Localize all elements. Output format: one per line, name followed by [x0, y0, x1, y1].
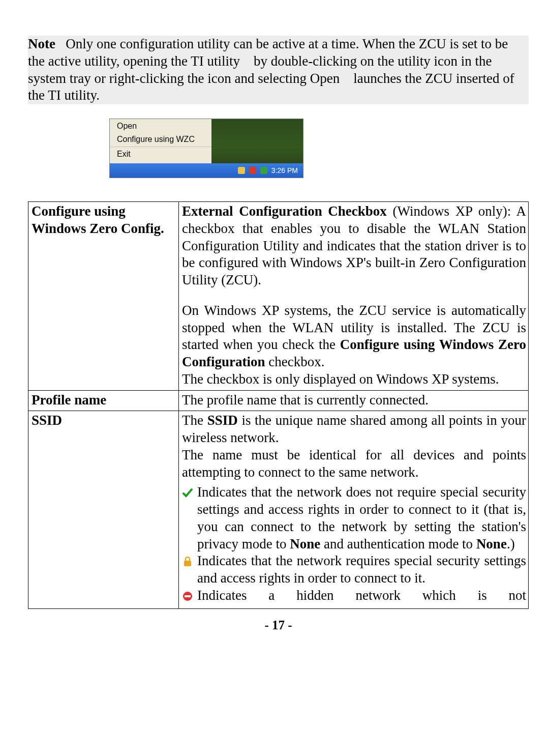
note-label: Note	[28, 36, 55, 51]
text-segment: and authentication mode to	[320, 536, 476, 551]
table-row: Profile name The profile name that is cu…	[28, 390, 529, 411]
row-desc-ssid: The SSID is the unique name shared among…	[179, 411, 529, 608]
text-segment: Indicates that the network requires spec…	[197, 553, 526, 587]
definition-table: Configure using Windows Zero Config. Ext…	[28, 201, 529, 609]
taskbar-clock: 3:26 PM	[271, 166, 298, 175]
text-segment: None	[476, 536, 507, 551]
row-label-ssid: SSID	[28, 411, 179, 608]
page-number: - 17 -	[28, 618, 529, 632]
blocked-icon	[182, 589, 194, 606]
row-desc-profile: The profile name that is currently conne…	[179, 390, 529, 411]
note-body: Only one configuration utility can be ac…	[28, 36, 514, 103]
text-segment: None	[290, 536, 320, 551]
text-segment: The checkbox is only displayed on Window…	[182, 371, 526, 388]
check-icon	[182, 486, 194, 503]
tray-icon	[260, 167, 267, 174]
text-segment: The	[182, 413, 207, 428]
row-desc-zero-config: External Configuration Checkbox (Windows…	[179, 202, 529, 391]
text-segment: SSID	[207, 413, 238, 428]
text-segment: The name must be identical for all devic…	[182, 447, 526, 481]
text-segment: Indicates a hidden network which is not	[197, 587, 526, 604]
taskbar: 3:26 PM	[110, 163, 303, 178]
svg-rect-2	[185, 595, 191, 597]
text-segment: .)	[507, 536, 515, 551]
tray-icon	[238, 167, 245, 174]
context-menu-screenshot: Open Configure using WZC Exit 3:26 PM	[109, 119, 447, 182]
text-segment: checkbox.	[265, 354, 325, 369]
text-segment: External Configuration Checkbox	[182, 203, 387, 219]
row-label-profile: Profile name	[28, 390, 179, 411]
svg-rect-0	[184, 561, 191, 566]
lock-icon	[182, 555, 194, 572]
table-row: Configure using Windows Zero Config. Ext…	[28, 202, 529, 391]
tray-icon	[249, 167, 256, 174]
table-row: SSID The SSID is the unique name shared …	[28, 411, 529, 608]
row-label-zero-config: Configure using Windows Zero Config.	[28, 202, 179, 391]
note-paragraph: Note Only one configuration utility can …	[28, 36, 529, 104]
